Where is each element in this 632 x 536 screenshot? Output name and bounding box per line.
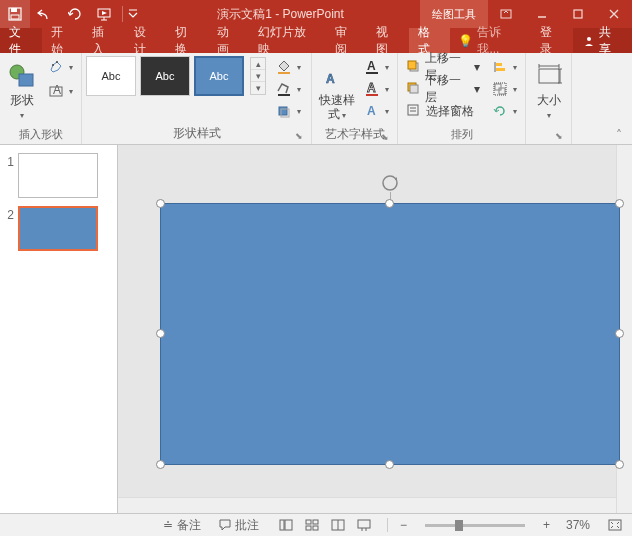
resize-handle-mr[interactable] <box>615 329 624 338</box>
zoom-level-button[interactable]: 37% <box>562 514 594 536</box>
size-launcher-button[interactable]: ⬊ <box>553 130 565 142</box>
chevron-down-icon: ▾ <box>297 85 301 94</box>
thumbnail-number: 2 <box>4 206 18 251</box>
shape-style-3[interactable]: Abc <box>194 56 244 96</box>
shape-style-2[interactable]: Abc <box>140 56 190 96</box>
shape-outline-button[interactable]: ▾ <box>272 78 305 100</box>
slide-sorter-view-button[interactable] <box>299 519 325 531</box>
tab-review[interactable]: 审阅 <box>326 28 368 53</box>
edit-shape-button[interactable]: ▾ <box>44 56 77 78</box>
svg-text:A: A <box>367 82 376 95</box>
thumbnail-slide[interactable] <box>18 206 98 251</box>
reading-view-button[interactable] <box>325 519 351 531</box>
resize-handle-bl[interactable] <box>156 460 165 469</box>
gallery-scroll-down-button[interactable]: ▾ <box>251 70 265 82</box>
tab-view[interactable]: 视图 <box>367 28 409 53</box>
shape-style-1[interactable]: Abc <box>86 56 136 96</box>
selected-rectangle-shape[interactable] <box>160 203 620 465</box>
resize-handle-tl[interactable] <box>156 199 165 208</box>
group-label-size: ⬊ <box>530 140 567 144</box>
chevron-down-icon: ▾ <box>69 63 73 72</box>
tab-transitions[interactable]: 切换 <box>166 28 208 53</box>
text-effects-button[interactable]: A▾ <box>360 100 393 122</box>
normal-view-button[interactable] <box>273 519 299 531</box>
fit-to-window-button[interactable] <box>604 514 626 536</box>
tab-animations[interactable]: 动画 <box>208 28 250 53</box>
shape-styles-launcher-button[interactable]: ⬊ <box>293 130 305 142</box>
qat-separator <box>122 6 123 22</box>
tab-home[interactable]: 开始 <box>42 28 84 53</box>
chevron-down-icon: ▾ <box>385 107 389 116</box>
resize-handle-ml[interactable] <box>156 329 165 338</box>
resize-handle-tm[interactable] <box>385 199 394 208</box>
tab-design[interactable]: 设计 <box>125 28 167 53</box>
thumbnail-slide[interactable] <box>18 153 98 198</box>
selection-pane-button[interactable]: 选择窗格 <box>402 100 484 122</box>
zoom-slider[interactable] <box>425 524 525 527</box>
chevron-down-icon: ▾ <box>513 107 517 116</box>
chevron-down-icon: ▾ <box>385 63 389 72</box>
thumbnail-2[interactable]: 2 <box>4 206 113 251</box>
resize-handle-tr[interactable] <box>615 199 624 208</box>
thumbnail-1[interactable]: 1 <box>4 153 113 198</box>
maximize-button[interactable] <box>560 0 596 28</box>
svg-rect-15 <box>278 94 290 96</box>
size-icon <box>533 59 565 91</box>
tab-insert[interactable]: 插入 <box>83 28 125 53</box>
svg-text:A: A <box>367 104 376 118</box>
login-button[interactable]: 登录 <box>530 28 573 53</box>
window-title: 演示文稿1 - PowerPoint <box>141 6 420 23</box>
align-button[interactable]: ▾ <box>488 56 521 78</box>
tab-slideshow[interactable]: 幻灯片放映 <box>249 28 326 53</box>
gallery-more-button[interactable]: ▾ <box>251 82 265 94</box>
tab-file[interactable]: 文件 <box>0 28 42 53</box>
comments-button[interactable]: 批注 <box>215 514 263 536</box>
shape-effects-button[interactable]: ▾ <box>272 100 305 122</box>
svg-rect-42 <box>313 520 318 524</box>
group-icon <box>492 81 508 97</box>
chevron-down-icon: ▾ <box>547 111 551 120</box>
svg-rect-22 <box>366 94 378 96</box>
shapes-label: 形状 <box>10 93 34 107</box>
text-fill-icon: A <box>364 59 380 75</box>
rotate-icon <box>492 103 508 119</box>
gallery-scroll-up-button[interactable]: ▴ <box>251 58 265 70</box>
thumbnail-panel[interactable]: 1 2 <box>0 145 118 513</box>
text-fill-button[interactable]: A▾ <box>360 56 393 78</box>
svg-rect-39 <box>280 520 284 530</box>
shapes-button[interactable]: 形状▾ <box>4 56 40 124</box>
zoom-slider-thumb[interactable] <box>455 520 463 531</box>
chevron-down-icon: ▾ <box>297 63 301 72</box>
svg-rect-2 <box>11 15 19 19</box>
horizontal-scrollbar[interactable] <box>118 497 616 513</box>
svg-rect-43 <box>306 526 311 530</box>
text-outline-button[interactable]: A▾ <box>360 78 393 100</box>
group-button[interactable]: ▾ <box>488 78 521 100</box>
resize-handle-br[interactable] <box>615 460 624 469</box>
svg-rect-35 <box>499 88 505 94</box>
wordart-launcher-button[interactable]: ⬊ <box>379 131 391 143</box>
resize-handle-bm[interactable] <box>385 460 394 469</box>
rotation-handle[interactable] <box>381 174 399 192</box>
text-box-button[interactable]: A▾ <box>44 80 77 102</box>
svg-text:A: A <box>53 84 61 97</box>
zoom-out-button[interactable]: − <box>398 514 409 536</box>
collapse-ribbon-button[interactable]: ˄ <box>610 127 628 143</box>
tell-me-icon: 💡 <box>458 34 473 48</box>
zoom-in-button[interactable]: + <box>541 514 552 536</box>
notes-button[interactable]: ≐ 备注 <box>159 514 205 536</box>
share-button[interactable]: 共享 <box>573 28 632 53</box>
slide-canvas-area[interactable] <box>118 145 632 513</box>
shape-fill-button[interactable]: ▾ <box>272 56 305 78</box>
size-button[interactable]: 大小▾ <box>530 56 567 124</box>
notes-icon: ≐ <box>163 518 173 532</box>
svg-point-10 <box>52 64 54 66</box>
chevron-down-icon: ▾ <box>513 63 517 72</box>
svg-point-7 <box>587 37 591 41</box>
rotate-button[interactable]: ▾ <box>488 100 521 122</box>
edit-shape-icon <box>48 59 64 75</box>
slideshow-view-button[interactable] <box>351 519 377 531</box>
send-backward-button[interactable]: 下移一层▾ <box>402 78 484 100</box>
svg-rect-14 <box>278 72 290 74</box>
quick-styles-button[interactable]: A 快速样式 ▾ <box>316 56 358 124</box>
